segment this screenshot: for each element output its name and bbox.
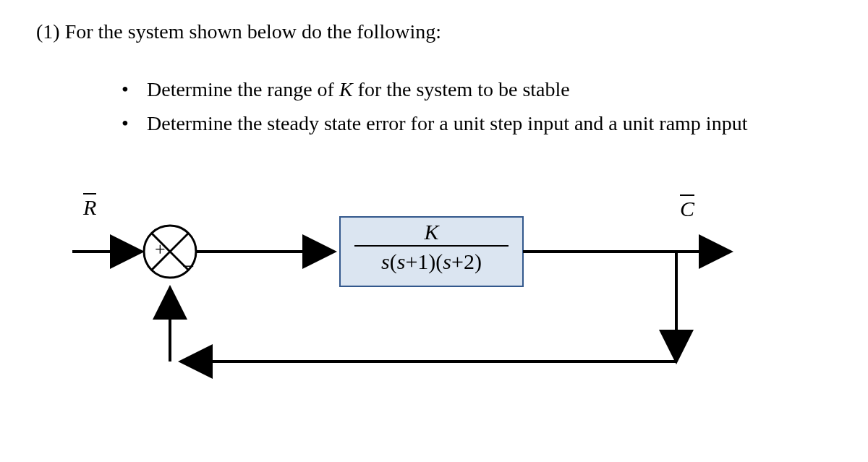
tf-denominator: s(s+1)(s+2) — [354, 249, 509, 273]
input-label: R — [83, 195, 96, 220]
plus-sign: + — [155, 239, 166, 260]
fraction-bar — [354, 245, 509, 247]
output-label: C — [680, 197, 694, 221]
minus-sign: − — [182, 254, 195, 278]
transfer-function: K s(s+1)(s+2) — [354, 220, 509, 273]
tf-numerator: K — [354, 220, 509, 244]
page: (1) For the system shown below do the fo… — [0, 0, 868, 462]
